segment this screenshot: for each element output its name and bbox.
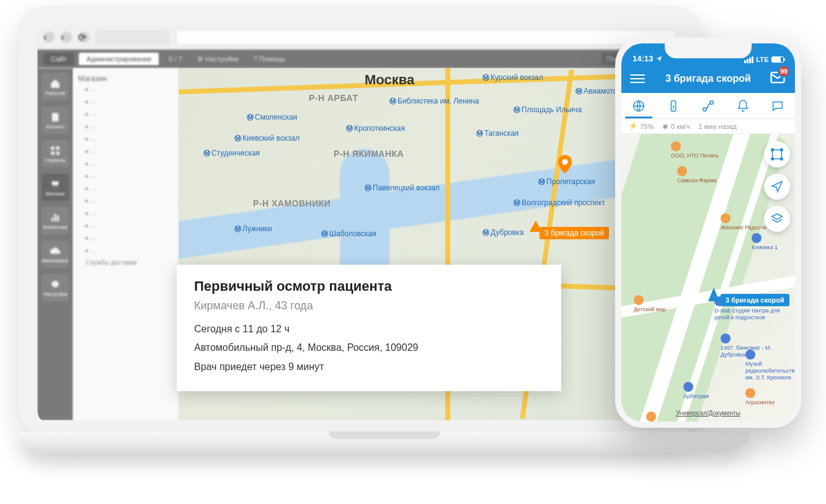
district-yakimanka: Р-Н ЯКИМАНКА: [334, 149, 404, 159]
poi-detmir: Детский мир: [634, 295, 666, 313]
tab-chat[interactable]: [760, 93, 795, 118]
metro-luzhniki: Лужники: [234, 224, 272, 234]
phone-mockup: 14:13 LTE 3 бригада скорой 99 ⚡ 75% ◉ 0 …: [615, 37, 801, 428]
team-chip[interactable]: 3 бригада скорой: [721, 294, 789, 306]
map-attribution[interactable]: Универсал/Документы: [621, 410, 795, 417]
tree-last-item[interactable]: Службы доставки: [77, 259, 174, 269]
battery-icon: [771, 56, 784, 63]
browser-toolbar: ‹ › ⟳: [37, 25, 682, 50]
app-tab-admin[interactable]: Администрирование: [79, 53, 159, 65]
menu-button[interactable]: [630, 74, 645, 83]
map-city-label: Москва: [365, 72, 414, 88]
metro-lenina: Библиотека им. Ленина: [389, 97, 479, 106]
laptop-base: [19, 431, 750, 453]
globe-icon: [632, 99, 646, 113]
metro-studench: Студенческая: [203, 149, 260, 158]
svg-rect-1: [51, 146, 54, 149]
metro-smolenskaya: Смоленская: [247, 113, 297, 122]
poi-radosti: Женские Радости: [721, 213, 766, 231]
poi-arbitrazh: Арбитраж: [683, 382, 709, 400]
poi-klinika: Клиника 1: [752, 233, 778, 251]
poi-nto: ООО, НТО Печать: [671, 141, 719, 159]
destination-marker[interactable]: [556, 155, 574, 174]
home-icon: [50, 78, 61, 89]
card-timeslot: Сегодня с 11 до 12 ч: [194, 320, 544, 338]
card-address: Автомобильный пр-д, 4, Москва, Россия, 1…: [194, 338, 544, 357]
card-title: Первичный осмотр пациента: [194, 278, 544, 294]
speed-indicator: ◉ 0 км/ч: [662, 122, 690, 130]
phone-tabbar: [621, 93, 795, 119]
sidebar-item-marketplace[interactable]: Marketplace: [42, 241, 69, 268]
file-icon: [50, 112, 61, 123]
map-zoomfit-button[interactable]: [764, 141, 790, 167]
metro-proletarskaya: Пролетарская: [538, 177, 595, 187]
inbox-button[interactable]: 99: [769, 69, 786, 89]
unread-badge: 99: [778, 65, 790, 77]
forward-button[interactable]: ›: [61, 32, 72, 43]
network-label: LTE: [756, 56, 769, 63]
tab-alerts[interactable]: [726, 93, 760, 118]
poi-samson: Самсон-Фарма: [677, 166, 716, 184]
metro-paveletsky: Павелецкий вокзал: [365, 183, 440, 193]
metro-dubrovka: Дубровка: [482, 228, 523, 237]
map-layers-button[interactable]: [764, 206, 790, 232]
chart-icon: [50, 212, 61, 223]
phone-header: 3 бригада скорой 99: [621, 64, 795, 93]
nav-tree[interactable]: Магазин ▸ …▸ …▸ … ▸ …▸ …▸ … ▸ …▸ …▸ … ▸ …: [73, 68, 179, 420]
app-tab-site[interactable]: Сайт: [43, 53, 74, 65]
sidebar-item-settings[interactable]: Настройки: [42, 274, 69, 301]
help-link[interactable]: ? Помощь: [249, 53, 291, 64]
vehicle-label[interactable]: 3 бригада скорой: [540, 227, 609, 239]
app-header: Сайт Администрирование 0 / 7 ⚙ Настройки…: [37, 50, 682, 68]
sidebar-item-services[interactable]: Сервисы: [42, 140, 69, 167]
phone-meta-bar: ⚡ 75% ◉ 0 км/ч 1 мин назад: [621, 119, 795, 134]
gear-icon: [50, 279, 61, 290]
tab-info[interactable]: [656, 93, 691, 118]
phone-notch: [665, 43, 752, 58]
bounds-icon: [770, 148, 784, 161]
tab-route[interactable]: [691, 93, 726, 118]
metro-taganskaya: Таганская: [476, 129, 519, 138]
svg-point-16: [781, 149, 783, 151]
url-input[interactable]: [176, 30, 676, 45]
tree-title: Магазин: [77, 72, 174, 86]
metro-kievsky: Киевский вокзал: [234, 134, 300, 143]
poi-museum: Музей радиолюбительства им. Э.Т. Кренкел…: [745, 350, 795, 381]
grid-icon: [50, 145, 61, 156]
my-location-marker[interactable]: [708, 288, 719, 301]
sidebar-item-dashboard[interactable]: Рабочий: [42, 73, 69, 100]
layers-icon: [770, 212, 784, 226]
patient-card: Первичный осмотр пациента Кирмачев А.Л.,…: [177, 265, 561, 391]
back-button[interactable]: ‹: [43, 32, 55, 43]
route-icon: [701, 99, 715, 113]
metro-ilyicha: Площадь Ильича: [513, 105, 582, 115]
svg-rect-2: [56, 146, 60, 149]
metro-kropotkinskaya: Кропоткинская: [346, 124, 405, 133]
camera-icon: [357, 12, 362, 17]
svg-rect-0: [52, 113, 59, 122]
chat-icon: [771, 99, 784, 113]
browser-tab[interactable]: [95, 30, 170, 45]
updated-label: 1 мин назад: [698, 123, 737, 130]
sidebar-item-analytics[interactable]: Аналитика: [42, 207, 69, 234]
district-arbat: Р-Н АРБАТ: [309, 93, 358, 103]
sidebar-item-content[interactable]: Контент: [42, 107, 69, 134]
svg-point-6: [562, 159, 567, 165]
phone-title: 3 бригада скорой: [665, 73, 751, 84]
locate-icon: [770, 180, 784, 193]
svg-rect-3: [51, 151, 54, 154]
settings-link[interactable]: ⚙ Настройки: [192, 53, 244, 65]
svg-point-15: [771, 149, 774, 151]
cart-icon: [50, 179, 61, 190]
bell-icon: [736, 99, 750, 113]
svg-rect-14: [773, 150, 782, 159]
card-eta: Врач приедет через 9 минут: [194, 358, 544, 376]
map-locate-button[interactable]: [764, 174, 790, 200]
reload-button[interactable]: ⟳: [78, 32, 89, 43]
tab-globe[interactable]: [621, 93, 656, 118]
metro-volgograd: Волгоградский проспект: [513, 198, 605, 208]
status-time: 14:13: [633, 54, 653, 63]
cloud-icon: [50, 245, 61, 257]
phone-map[interactable]: ООО, НТО Печать Самсон-Фарма Женские Рад…: [621, 134, 795, 422]
sidebar-item-store[interactable]: Магазин: [42, 174, 69, 201]
